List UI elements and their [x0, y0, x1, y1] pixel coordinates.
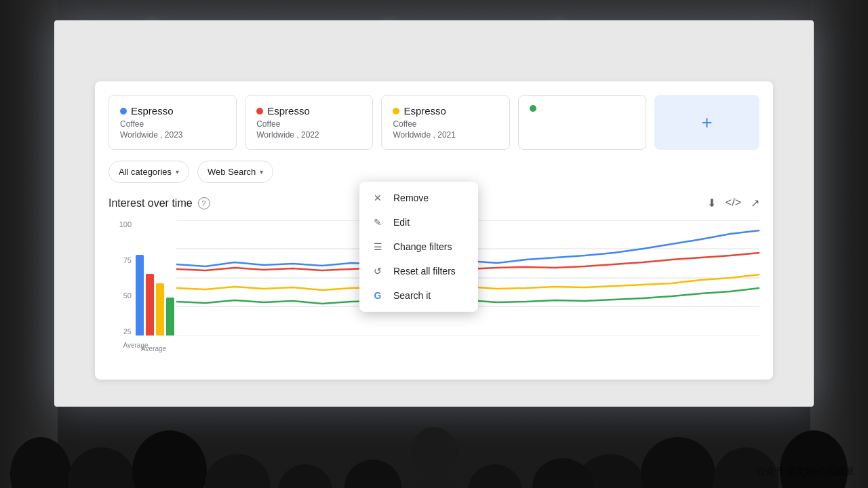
filters-row: All categories ▾ Web Search ▾	[108, 161, 760, 183]
google-icon: G	[372, 290, 384, 301]
topic-card-3[interactable]: Espresso Coffee Worldwide , 2021	[381, 95, 509, 150]
add-card[interactable]: +	[654, 95, 760, 150]
trends-ui: Espresso Coffee Worldwide , 2023 Espress…	[95, 81, 773, 380]
menu-item-search-it[interactable]: G Search it	[359, 283, 478, 308]
dot-red	[256, 108, 263, 115]
edit-icon: ✎	[372, 217, 384, 228]
topic-card-2[interactable]: Espresso Coffee Worldwide , 2022	[245, 95, 373, 150]
share-icon[interactable]: ↗	[751, 197, 760, 209]
topic-name-1: Espresso	[120, 105, 225, 117]
bar-yellow	[156, 283, 164, 336]
chart-title: Interest over time	[108, 197, 193, 209]
dot-yellow	[393, 108, 399, 115]
topic-detail-3: Worldwide , 2021	[393, 130, 498, 140]
svg-point-18	[532, 458, 593, 488]
svg-point-15	[278, 464, 332, 488]
download-icon[interactable]: ⬇	[707, 197, 716, 209]
audience-svg	[0, 366, 868, 488]
topic-card-1[interactable]: Espresso Coffee Worldwide , 2023	[108, 95, 237, 150]
y-axis-labels: 100 75 50 25	[108, 220, 136, 336]
svg-point-5	[10, 437, 71, 488]
svg-point-7	[132, 430, 207, 488]
topic-detail-2: Worldwide , 2022	[256, 130, 361, 140]
chart-actions: ⬇ </> ↗	[707, 197, 760, 209]
filter-web-search[interactable]: Web Search ▾	[197, 161, 273, 183]
bar-blue	[136, 255, 144, 336]
dot-green	[530, 105, 536, 112]
chart-title-row: Interest over time ?	[108, 197, 210, 209]
cards-row: Espresso Coffee Worldwide , 2023 Espress…	[108, 95, 760, 150]
watermark: 公众号·英文SEO实战派	[756, 466, 854, 478]
average-label: Average	[141, 345, 166, 352]
menu-item-change-filters[interactable]: ☰ Change filters	[359, 235, 478, 259]
projection-screen: Espresso Coffee Worldwide , 2023 Espress…	[54, 20, 814, 407]
chevron-down-icon-2: ▾	[260, 168, 263, 176]
dot-blue	[120, 108, 127, 115]
filter-icon: ☰	[372, 241, 384, 252]
reset-icon: ↺	[372, 266, 384, 277]
svg-point-8	[205, 454, 270, 488]
menu-item-reset-filters[interactable]: ↺ Reset all filters	[359, 259, 478, 283]
menu-item-remove[interactable]: ✕ Remove	[359, 186, 478, 210]
add-icon: +	[701, 112, 712, 134]
svg-point-17	[468, 464, 522, 488]
svg-rect-10	[414, 478, 454, 488]
chevron-down-icon-1: ▾	[176, 168, 179, 176]
menu-item-edit[interactable]: ✎ Edit	[359, 210, 478, 235]
topic-name-4	[530, 105, 635, 112]
embed-icon[interactable]: </>	[726, 197, 741, 209]
topic-name-2: Espresso	[256, 105, 361, 117]
y-label-50: 50	[123, 291, 132, 300]
y-label-25: 25	[123, 327, 132, 336]
audience-area	[0, 366, 868, 488]
topic-name-3: Espresso	[393, 105, 498, 117]
filter-all-categories[interactable]: All categories ▾	[108, 161, 189, 183]
info-icon[interactable]: ?	[198, 197, 210, 209]
svg-point-6	[68, 447, 136, 488]
svg-point-16	[344, 460, 401, 488]
y-label-75: 75	[123, 256, 132, 264]
svg-point-9	[410, 427, 458, 481]
bar-green	[166, 298, 174, 336]
topic-detail-1: Worldwide , 2023	[120, 130, 225, 140]
topic-sub-3: Coffee	[393, 119, 498, 129]
y-label-100: 100	[119, 220, 132, 228]
bar-chart-average: Average	[136, 241, 176, 336]
topic-sub-2: Coffee	[256, 119, 361, 129]
svg-point-12	[641, 437, 715, 488]
remove-icon: ✕	[372, 192, 384, 203]
context-menu: ✕ Remove ✎ Edit ☰ Change filters ↺ Reset…	[359, 182, 478, 312]
topic-sub-1: Coffee	[120, 119, 225, 129]
bar-red	[146, 274, 154, 336]
topic-card-4[interactable]	[518, 95, 646, 150]
svg-point-14	[780, 430, 848, 488]
